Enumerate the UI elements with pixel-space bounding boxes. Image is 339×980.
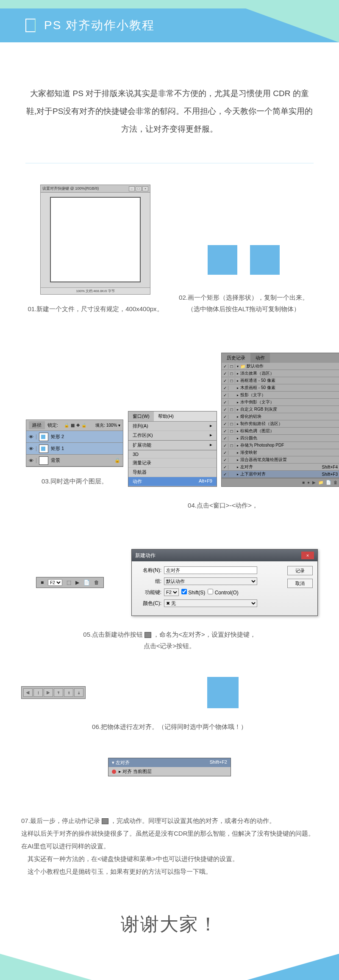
- caption-01: 01.新建一个文件，尺寸没有规定，400x400px。: [21, 303, 170, 315]
- action-row[interactable]: ✓□▸自定义 RGB 到灰度: [222, 406, 339, 413]
- align-hcenter-icon[interactable]: ⫶: [33, 688, 43, 697]
- action-row[interactable]: ✓▸上下居中对齐Shift+F3: [222, 471, 339, 478]
- tab-actions[interactable]: 动作: [250, 353, 270, 363]
- align-top-icon[interactable]: ⫯: [54, 688, 63, 697]
- action-recording-panel: ▾ 左对齐 Shift+F2 ▸ 对齐 当前图层: [108, 758, 231, 776]
- new-action-icon[interactable]: 📄: [326, 480, 331, 485]
- menu-help[interactable]: 帮助(H): [154, 411, 178, 421]
- action-row[interactable]: ✓▸渐变映射: [222, 449, 339, 456]
- visibility-icon[interactable]: 👁: [26, 446, 36, 451]
- tab-paths[interactable]: 路径: [29, 421, 45, 429]
- menu-item[interactable]: 测量记录: [128, 458, 217, 468]
- action-row[interactable]: ✓□▸淡出效果（选区）: [222, 370, 339, 377]
- mini-toolbar: ■ F2 ⬚ ▶ 📄 🗑: [36, 577, 104, 588]
- layer-thumb: [39, 444, 48, 453]
- record-icon[interactable]: ●: [307, 480, 310, 485]
- ctrl-checkbox[interactable]: Control(O): [208, 589, 238, 596]
- new-action-icon: [144, 632, 151, 638]
- caption-04: 04.点击<窗口>-<动作>，: [128, 500, 318, 511]
- align-bottom-icon[interactable]: ⫰: [74, 688, 83, 697]
- new-icon[interactable]: 📄: [83, 580, 90, 585]
- action-row[interactable]: ✓▸水中倒影（文字）: [222, 399, 339, 406]
- group-select[interactable]: 默认动作: [164, 577, 257, 585]
- name-label: 名称(N):: [138, 567, 161, 574]
- action-row[interactable]: ✓▸熔化的铝块: [222, 413, 339, 420]
- layer-thumb: [39, 456, 48, 465]
- window-title: 设置对齐快捷键 @ 100%(RGB/8): [42, 186, 99, 191]
- align-right-icon[interactable]: ⫸: [44, 688, 53, 697]
- action-row[interactable]: ✓▸投影（文字）: [222, 392, 339, 399]
- close-icon[interactable]: ×: [301, 552, 314, 559]
- rect-1: [208, 245, 237, 275]
- close-icon[interactable]: ×: [142, 186, 148, 191]
- minimize-icon[interactable]: –: [129, 186, 135, 191]
- stop-icon: [102, 818, 108, 824]
- trash-icon[interactable]: 🗑: [333, 480, 338, 485]
- menu-item[interactable]: 3D: [128, 450, 217, 458]
- fkey-select[interactable]: F2: [48, 579, 62, 586]
- lock-icon: 🔒: [114, 458, 120, 463]
- page-title: PS 对齐动作小教程: [44, 17, 155, 33]
- align-vcenter-icon[interactable]: ⫲: [64, 688, 73, 697]
- group-label: 组:: [138, 578, 161, 585]
- recording-icon: [112, 770, 116, 774]
- layer-row[interactable]: 👁 背景 🔒: [26, 455, 123, 467]
- intro-text: 大家都知道 PS 对于排版来说其实是非常不方便的，尤其是习惯使用 CDR 的童鞋…: [0, 55, 339, 155]
- menu-item[interactable]: 工作区(K)▸: [128, 431, 217, 440]
- caption-03: 03.同时选中两个图层。: [21, 475, 128, 487]
- layer-name: 背景: [51, 457, 60, 464]
- layer-row[interactable]: 👁 矩形 1: [26, 443, 123, 455]
- play-icon[interactable]: ▶: [75, 580, 79, 585]
- menu-item-actions[interactable]: 动作Alt+F9: [128, 477, 217, 486]
- menu-window[interactable]: 窗口(W): [128, 411, 154, 421]
- layer-name: 矩形 1: [51, 445, 64, 452]
- canvas: [50, 197, 141, 282]
- record-button[interactable]: 记录: [287, 566, 313, 575]
- lock-pixel-icon[interactable]: ▦: [71, 423, 75, 428]
- stop-icon[interactable]: ■: [41, 580, 44, 585]
- new-set-icon[interactable]: 📁: [318, 480, 323, 485]
- lock-pos-icon[interactable]: ✥: [76, 423, 80, 428]
- layer-thumb: [39, 433, 48, 441]
- trash-icon[interactable]: 🗑: [94, 580, 99, 585]
- action-row[interactable]: ✓▸四分颜色: [222, 435, 339, 442]
- status-bar: 100% 文档:468.8K/0 字节: [41, 287, 150, 294]
- cancel-button[interactable]: 取消: [287, 579, 313, 588]
- action-row[interactable]: ✓▸左对齐Shift+F4: [222, 464, 339, 471]
- action-row[interactable]: ✓□▸棕褐色调（图层）: [222, 428, 339, 435]
- fn-label: 功能键:: [138, 589, 161, 596]
- thanks-text: 谢谢大家！: [0, 886, 339, 950]
- layer-name: 矩形 2: [51, 433, 64, 440]
- menu-item[interactable]: 扩展功能▸: [128, 441, 217, 450]
- aligned-rect: [207, 677, 239, 708]
- play-icon[interactable]: ▶: [312, 480, 316, 485]
- header: PS 对齐动作小教程: [0, 0, 339, 55]
- color-select[interactable]: ✖ 无: [164, 599, 257, 607]
- menu-item[interactable]: 排列(A)▸: [128, 422, 217, 431]
- maximize-icon[interactable]: □: [136, 186, 142, 191]
- layer-row[interactable]: 👁 矩形 2: [26, 431, 123, 443]
- stop-icon[interactable]: ■: [302, 480, 305, 485]
- visibility-icon[interactable]: 👁: [26, 434, 36, 439]
- two-rectangles: [170, 220, 318, 292]
- menu-item[interactable]: 导航器: [128, 468, 217, 477]
- action-row[interactable]: ✓□▾📁 默认动作: [222, 363, 339, 370]
- tab-history[interactable]: 历史记录: [222, 353, 250, 363]
- header-logo-icon: [25, 19, 36, 32]
- action-row[interactable]: ✓□▸制作剪贴路径（选区）: [222, 420, 339, 428]
- fn-select[interactable]: F2: [164, 588, 179, 596]
- action-row[interactable]: ✓▸木质画框 - 50 像素: [222, 384, 339, 392]
- rect-2: [250, 245, 280, 275]
- visibility-icon[interactable]: 👁: [26, 458, 36, 463]
- lock-all-icon[interactable]: 🔒: [81, 423, 86, 428]
- action-step-row[interactable]: ▸ 对齐 当前图层: [108, 767, 231, 776]
- action-row[interactable]: ✓□▸存储为 Photoshop PDF: [222, 442, 339, 449]
- align-left-icon[interactable]: ⫷: [23, 688, 33, 697]
- action-row[interactable]: ✓▸混合器画笔克隆绘图设置: [222, 456, 339, 464]
- name-input[interactable]: [164, 566, 257, 574]
- action-row[interactable]: ✓□▸画框通道 - 50 像素: [222, 377, 339, 384]
- caption-02: 02.画一个矩形（选择形状），复制一个出来。 （选中物体后按住ALT拖动可复制物…: [170, 292, 318, 315]
- lock-icon[interactable]: 🔒: [64, 423, 69, 428]
- lock-label: 锁定:: [47, 422, 58, 428]
- shift-checkbox[interactable]: Shift(S): [181, 589, 205, 596]
